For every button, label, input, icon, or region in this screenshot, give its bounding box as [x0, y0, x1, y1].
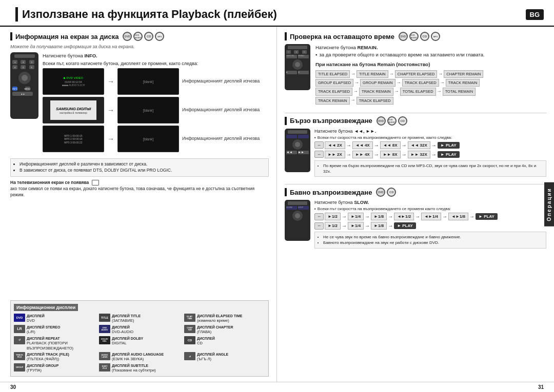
press-followup: Всеки път, когато натиснете бутона, дисп… — [43, 61, 269, 66]
fast-bullet: ▪ Всеки път скоростта на възпроизвеждане… — [314, 135, 546, 140]
remain-bullet-row: ▪ за да проверите общото и оставащото вр… — [315, 51, 546, 58]
chapter-display-text: Дисплей CHAPTER(ГЛАВА) — [197, 325, 233, 335]
fast-playback-section: Бързо възпроизвеждане DVD DVDAUDIO CD — [285, 116, 546, 177]
ff4x: ►► 4X — [352, 151, 373, 158]
display-dvd: DVD ДисплейDVD — [14, 314, 95, 323]
slow-1-8: ►1/8 — [371, 213, 387, 220]
display-repeat: ↺ Дисплей REPEATPLAYBACK (ПОВТОРИ ВЪЗПРО… — [14, 336, 95, 351]
seq-track-elapsed-2: TRACK ELAPSED — [315, 88, 352, 95]
rw-btn-1: ↔ — [314, 141, 324, 149]
slow-icon-1: ↔ — [314, 213, 324, 220]
mr-remain[interactable]: REMAIN — [298, 55, 309, 58]
slow2-1-4: ►1/4 — [348, 222, 364, 230]
arrow-3: → — [107, 135, 114, 143]
note-item-2: В зависимост от диска, се появяват DTS, … — [19, 168, 265, 174]
remote-return-btn[interactable]: ◄◄ — [12, 92, 33, 96]
info-displays-panel: Информационни дисплеи DVD ДисплейDVD TIT… — [10, 300, 269, 377]
fast-mr-ff[interactable]: ►► — [298, 151, 309, 154]
remote-btn5[interactable]: 5 — [21, 65, 26, 69]
mr-3[interactable]: 9 — [302, 50, 307, 54]
slow-seq-1: ↔ ►1/2 → ►1/4 → ►1/8 → ◄►1/2 → ◄►1/4 → ◄… — [314, 213, 546, 220]
page-title: Използване на функцията Playback (плейбе… — [22, 8, 277, 21]
fast-dvd2-icon: DVDAUDIO — [387, 116, 397, 126]
slow-playback-section: Бавно възпроизвеждане DVD CD SLOW STEP — [285, 188, 546, 248]
remain-mp3-icon: MP3 — [431, 32, 440, 41]
slow-remote-area: SLOW STEP Натиснете бутона SLOW. — [285, 200, 546, 248]
remain-section-title: Проверка на оставащото време — [290, 33, 394, 40]
seq-row-3: TRACK ELAPSED → TRACK REMAIN → TOTAL ELA… — [315, 88, 546, 95]
samsung-screen: SAMSUNG DIGITall настройка & телевизор — [43, 97, 104, 123]
page-numbers: 30 31 — [0, 382, 554, 392]
fast-mr-top — [288, 130, 307, 134]
slow2-1-2: ►1/2 — [325, 222, 341, 230]
slow-press-text: Натиснете бутона SLOW. — [314, 200, 546, 205]
fast-press-text: Натиснете бутона ◄◄, ►►. — [314, 129, 546, 134]
angle-display-text: Дисплей ANGLE(ЪГЪ Л) — [197, 352, 228, 362]
remote-info-btn[interactable]: INFO — [12, 87, 17, 91]
remain-disc-icons: DVD DVDAUDIO CD MP3 — [399, 32, 440, 41]
slow-mr-slow[interactable]: SLOW — [286, 206, 297, 210]
fast-section-title: Бързо възпроизвеждане — [290, 117, 372, 125]
remain-section-bar — [285, 32, 287, 40]
mr-2[interactable]: 8 — [294, 50, 299, 54]
screen-sequence: ■ DVD VIDEO 01/04 00:12:34 ■■■■ AUDIO 5.… — [43, 68, 269, 152]
divider-2 — [285, 184, 546, 184]
remote-btn6[interactable]: 6 — [29, 65, 34, 69]
remote-btn4[interactable]: 4 — [12, 65, 17, 69]
samsung-logo: SAMSUNG DIGITall настройка & телевизор — [50, 100, 96, 120]
fast-mr-btn2[interactable] — [298, 135, 309, 138]
info-button-label: INFO. — [84, 53, 97, 58]
fast-mr-rw[interactable]: ◄◄ — [286, 151, 297, 154]
remain-dvd-icon: DVD — [399, 32, 408, 41]
screen-label-3: Информационният дисплей изчезва — [182, 136, 269, 142]
fast-mr-btn1[interactable] — [286, 135, 297, 138]
display-angle: ⊿ Дисплей ANGLE(ЪГЪ Л) — [184, 352, 265, 362]
slow-seq-2: ↔ ►1/2 → ►1/4 → ►1/8 → ► PLAY — [314, 222, 546, 230]
ff-btn-1: ↔ — [314, 151, 324, 158]
group-display-text: Дисплей GROUP(ГРУПА) — [27, 363, 58, 373]
mp3-disc-icon: MP3 — [155, 32, 164, 41]
remote-nav-circle — [18, 72, 31, 84]
slow-section-title: Бавно възпроизвеждане — [290, 189, 372, 196]
remain-press-label: Натиснете бутона REMAIN. — [315, 44, 546, 51]
display-dolby: DOLBYDIG. Дисплей DOLBYDIGITAL — [99, 336, 180, 351]
mr-nav-center[interactable] — [295, 62, 300, 67]
mr-1[interactable]: 7 — [286, 50, 291, 54]
seq-track-elapsed-3: TRACK ELAPSED — [357, 97, 393, 105]
remote-btn1[interactable]: 1 — [12, 60, 17, 64]
mr-nav — [292, 59, 303, 70]
page-header: Използване на функцията Playback (плейбе… — [0, 0, 554, 27]
audio-display-text: Дисплей AUDIO LANGUAGE(ЕЗИК НА ЗВУКА) — [112, 352, 164, 362]
group-display-icon: GROUP — [14, 363, 25, 372]
remote-menu-btn[interactable]: MENU — [25, 87, 30, 91]
slow-1-4: ►1/4 — [348, 213, 364, 220]
fast-dvd-icon: DVD — [377, 116, 386, 126]
subtitle-display-icon: SUBTITLE — [99, 363, 110, 372]
screen-box-2: [blank] — [117, 68, 179, 95]
remain-section: Проверка на оставащото време DVD DVDAUDI… — [285, 32, 546, 106]
seq-track-remain: TRACK REMAIN — [446, 79, 480, 87]
slow-mr-step[interactable]: STEP — [298, 206, 309, 210]
remote-btn2[interactable]: 2 — [21, 60, 26, 64]
seq-track-elapsed: TRACK ELAPSED — [402, 79, 439, 87]
sequence-table: TITLE ELAPSED → TITLE REMAIN → CHAPTER E… — [315, 70, 546, 105]
remote-btn3[interactable]: 3 — [29, 60, 34, 64]
screen-row-1: ■ DVD VIDEO 01/04 00:12:34 ■■■■ AUDIO 5.… — [43, 68, 269, 95]
seq-row-4: TRACK REMAIN → TRACK ELAPSED — [315, 97, 546, 105]
repeat-display-icon: ↺ — [14, 336, 25, 344]
left-section-header: Информация на екран за диска DVD DVDAUDI… — [10, 32, 269, 41]
remote-nav-center[interactable] — [22, 75, 28, 81]
fast-mr-center[interactable] — [295, 142, 300, 147]
slow-dvd-icon: DVD — [376, 188, 385, 197]
seq-group-remain: GROUP REMAIN — [360, 79, 395, 87]
mr-stop[interactable]: ■ — [286, 71, 297, 74]
rw32x: ◄◄ 32X — [408, 141, 430, 149]
remain-remote-row: 7 8 9 VIDEO SEL. REMAIN ■ — [285, 44, 546, 106]
mr-video-sel[interactable]: VIDEO SEL. — [286, 55, 297, 58]
fast-info: Натиснете бутона ◄◄, ►►. ▪ Всеки път ско… — [314, 129, 546, 177]
slow-1-2: ►1/2 — [325, 213, 341, 220]
slow-cd-icon: CD — [387, 188, 396, 197]
slow-mr-center[interactable] — [295, 213, 300, 218]
screen-label-1: Информационният дисплей изчезва — [182, 78, 269, 85]
mr-play[interactable]: ► — [298, 71, 309, 74]
